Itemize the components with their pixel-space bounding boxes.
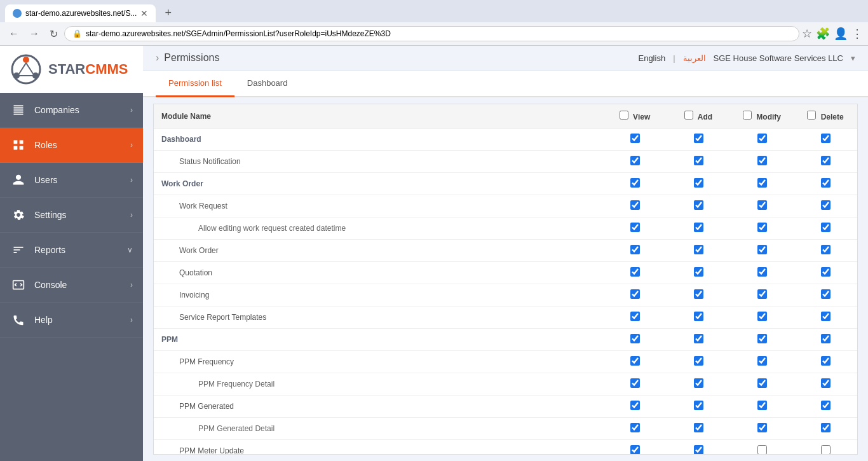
add-checkbox[interactable] bbox=[694, 245, 703, 254]
col-modify-label: Modify bbox=[756, 113, 781, 121]
modify-checkbox[interactable] bbox=[757, 200, 767, 210]
view-checkbox[interactable] bbox=[630, 200, 640, 210]
modify-checkbox[interactable] bbox=[757, 267, 767, 277]
logo-text: STARCMMS bbox=[48, 61, 128, 78]
new-tab-button[interactable]: + bbox=[159, 4, 177, 22]
add-checkbox[interactable] bbox=[694, 200, 703, 210]
add-checkbox[interactable] bbox=[694, 312, 703, 321]
sidebar-item-reports[interactable]: Reports ∨ bbox=[0, 233, 143, 268]
lang-arabic[interactable]: العربية bbox=[683, 53, 706, 63]
reload-button[interactable]: ↻ bbox=[46, 27, 62, 41]
view-checkbox[interactable] bbox=[630, 356, 640, 366]
view-checkbox[interactable] bbox=[630, 423, 640, 432]
modify-checkbox[interactable] bbox=[757, 356, 767, 366]
delete-checkbox[interactable] bbox=[821, 445, 831, 455]
delete-checkbox[interactable] bbox=[821, 245, 831, 254]
delete-checkbox[interactable] bbox=[821, 334, 831, 343]
modify-checkbox[interactable] bbox=[757, 223, 767, 232]
menu-icon[interactable]: ⋮ bbox=[851, 27, 863, 41]
sidebar-item-console[interactable]: Console › bbox=[0, 268, 143, 303]
delete-checkbox[interactable] bbox=[821, 401, 831, 410]
tab-permission-list[interactable]: Permission list bbox=[156, 71, 234, 97]
add-checkbox[interactable] bbox=[694, 156, 703, 165]
bookmark-icon[interactable]: ☆ bbox=[802, 27, 812, 41]
delete-checkbox[interactable] bbox=[821, 200, 831, 210]
delete-checkbox[interactable] bbox=[821, 378, 831, 388]
address-bar[interactable]: 🔒 bbox=[64, 26, 799, 41]
modify-cell bbox=[730, 306, 794, 329]
profile-icon[interactable]: 👤 bbox=[834, 27, 848, 41]
add-checkbox[interactable] bbox=[694, 267, 703, 277]
back-button[interactable]: ← bbox=[5, 27, 23, 41]
sidebar-item-users[interactable]: Users › bbox=[0, 163, 143, 198]
view-checkbox[interactable] bbox=[630, 378, 640, 388]
tab-close-button[interactable]: ✕ bbox=[140, 8, 148, 18]
delete-checkbox[interactable] bbox=[821, 156, 831, 165]
sidebar-item-help[interactable]: Help › bbox=[0, 303, 143, 338]
tab-dashboard[interactable]: Dashboard bbox=[234, 71, 301, 97]
add-all-checkbox[interactable] bbox=[684, 111, 693, 120]
modify-checkbox[interactable] bbox=[757, 134, 767, 143]
modify-cell bbox=[730, 418, 794, 440]
view-checkbox[interactable] bbox=[630, 445, 640, 455]
view-checkbox[interactable] bbox=[630, 312, 640, 321]
view-checkbox[interactable] bbox=[630, 178, 640, 188]
add-checkbox[interactable] bbox=[694, 334, 703, 343]
delete-checkbox[interactable] bbox=[821, 312, 831, 321]
delete-checkbox[interactable] bbox=[821, 178, 831, 188]
sidebar-item-roles[interactable]: Roles › bbox=[0, 128, 143, 163]
extension-icon[interactable]: 🧩 bbox=[816, 27, 830, 41]
view-checkbox[interactable] bbox=[630, 245, 640, 254]
modify-all-checkbox[interactable] bbox=[743, 111, 752, 120]
modify-checkbox[interactable] bbox=[757, 401, 767, 410]
delete-checkbox[interactable] bbox=[821, 223, 831, 232]
delete-checkbox[interactable] bbox=[821, 267, 831, 277]
forward-button[interactable]: → bbox=[25, 27, 43, 41]
table-row: Work Order bbox=[154, 173, 857, 195]
add-checkbox[interactable] bbox=[694, 289, 703, 299]
modify-checkbox[interactable] bbox=[757, 423, 767, 432]
view-checkbox[interactable] bbox=[630, 334, 640, 343]
modify-checkbox[interactable] bbox=[757, 334, 767, 343]
add-cell bbox=[667, 128, 730, 151]
sidebar-item-settings[interactable]: Settings › bbox=[0, 198, 143, 233]
modify-checkbox[interactable] bbox=[757, 156, 767, 165]
console-icon bbox=[10, 277, 27, 293]
view-checkbox[interactable] bbox=[630, 156, 640, 165]
view-checkbox[interactable] bbox=[630, 134, 640, 143]
modify-checkbox[interactable] bbox=[757, 312, 767, 321]
add-checkbox[interactable] bbox=[694, 445, 703, 455]
delete-checkbox[interactable] bbox=[821, 356, 831, 366]
add-checkbox[interactable] bbox=[694, 178, 703, 188]
delete-checkbox[interactable] bbox=[821, 289, 831, 299]
modify-checkbox[interactable] bbox=[757, 289, 767, 299]
delete-all-checkbox[interactable] bbox=[807, 111, 816, 120]
active-tab[interactable]: star-demo.azurewebsites.net/S... ✕ bbox=[5, 4, 156, 22]
company-dropdown-caret[interactable]: ▾ bbox=[851, 53, 855, 63]
view-cell bbox=[603, 262, 667, 284]
view-all-checkbox[interactable] bbox=[620, 111, 628, 120]
sidebar-logo: STARCMMS bbox=[0, 46, 143, 93]
url-input[interactable] bbox=[86, 29, 791, 38]
view-checkbox[interactable] bbox=[630, 401, 640, 410]
settings-icon bbox=[10, 207, 27, 223]
add-checkbox[interactable] bbox=[694, 356, 703, 366]
delete-checkbox[interactable] bbox=[821, 134, 831, 143]
modify-checkbox[interactable] bbox=[757, 445, 767, 455]
add-checkbox[interactable] bbox=[694, 223, 703, 232]
view-checkbox[interactable] bbox=[630, 267, 640, 277]
sidebar-item-companies[interactable]: Companies › bbox=[0, 93, 143, 128]
add-checkbox[interactable] bbox=[694, 378, 703, 388]
modify-checkbox[interactable] bbox=[757, 245, 767, 254]
view-checkbox[interactable] bbox=[630, 223, 640, 232]
lang-english[interactable]: English bbox=[638, 53, 665, 63]
modify-checkbox[interactable] bbox=[757, 378, 767, 388]
company-name: SGE House Software Services LLC bbox=[714, 53, 843, 63]
add-checkbox[interactable] bbox=[694, 134, 703, 143]
add-checkbox[interactable] bbox=[694, 401, 703, 410]
modify-checkbox[interactable] bbox=[757, 178, 767, 188]
delete-checkbox[interactable] bbox=[821, 423, 831, 432]
view-checkbox[interactable] bbox=[630, 289, 640, 299]
add-checkbox[interactable] bbox=[694, 423, 703, 432]
module-name-cell: PPM Generated Detail bbox=[154, 418, 603, 440]
